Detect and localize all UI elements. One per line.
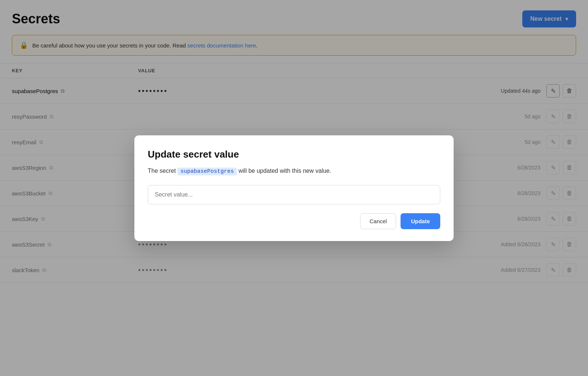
modal-secret-name: supabasePostgres [177,168,237,175]
update-secret-modal: Update secret value The secret supabaseP… [134,135,454,241]
cancel-button[interactable]: Cancel [360,213,396,229]
page-container: Secrets New secret ▾ 🔒 Be careful about … [0,0,588,376]
modal-description: The secret supabasePostgres will be upda… [148,166,440,176]
modal-actions: Cancel Update [148,213,440,229]
secret-value-input[interactable] [148,185,440,204]
modal-title: Update secret value [148,149,440,160]
modal-overlay[interactable]: Update secret value The secret supabaseP… [0,0,588,376]
update-button[interactable]: Update [401,213,440,229]
